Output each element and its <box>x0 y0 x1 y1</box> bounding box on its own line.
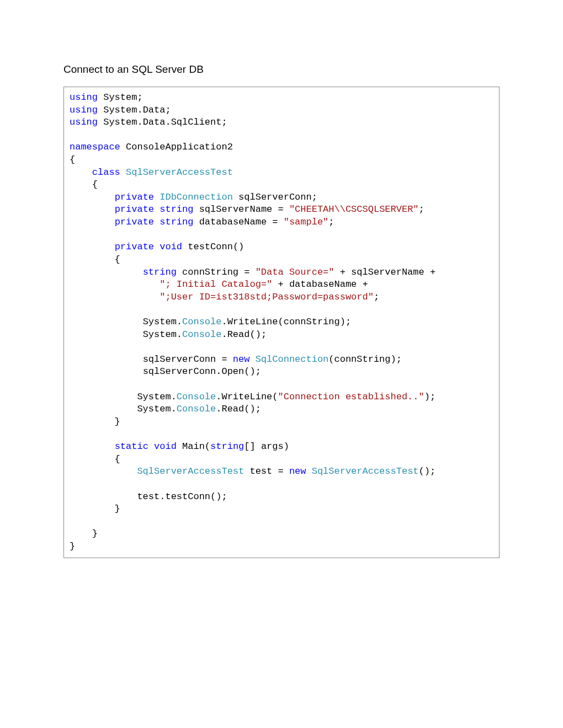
kw-class: class <box>92 167 120 178</box>
typ-class: SqlServerAccessTest <box>126 167 233 178</box>
indent3a-1 <box>70 267 143 277</box>
kw-string-4: string <box>210 441 244 452</box>
ns-system-data-sqlclient: System.Data.SqlClient; <box>98 117 227 127</box>
indent3c-2: System. <box>70 404 177 414</box>
semi2: ; <box>328 217 334 227</box>
kw-using-1: using <box>70 92 98 103</box>
wl-est-post: ); <box>424 392 435 402</box>
typ-console-3: Console <box>177 392 216 402</box>
kw-static: static <box>115 441 148 452</box>
test-decl: test = <box>244 466 289 477</box>
indent2a <box>70 192 115 202</box>
indent3a-3 <box>70 329 143 340</box>
kw-private-2: private <box>115 204 154 215</box>
brace-open3-2: { <box>70 454 120 464</box>
indent3a-2 <box>70 317 143 327</box>
page-title: Connect to an SQL Server DB <box>63 63 500 76</box>
mtd-testconn: testConn() <box>182 242 244 252</box>
typ-console-1: Console <box>182 317 221 327</box>
sp6 <box>249 354 255 365</box>
sp7 <box>148 441 154 452</box>
ns-name: ConsoleApplication2 <box>120 142 233 152</box>
kw-using-3: using <box>70 117 98 127</box>
ctor-call: (); <box>419 466 436 477</box>
typ-class-3: SqlServerAccessTest <box>312 466 419 477</box>
typ-sqlconn: SqlConnection <box>256 354 329 365</box>
fld-srv-pre: sqlServerName = <box>193 204 289 215</box>
kw-string-1: string <box>160 204 193 215</box>
kw-void-1: void <box>160 242 182 252</box>
sp3 <box>154 204 160 215</box>
fld-db-pre: databaseName = <box>193 217 283 227</box>
indent3b-1 <box>70 279 160 290</box>
conn-mid2: + databaseName + <box>272 279 368 290</box>
conn-pre: connString = <box>177 267 256 277</box>
indent3a-5 <box>70 366 143 377</box>
wl-est-pre: .WriteLine( <box>216 392 278 402</box>
indent2d <box>70 242 115 252</box>
brace-close: } <box>70 541 75 552</box>
semi1: ; <box>419 204 424 215</box>
ns-system: System; <box>98 92 143 103</box>
typ-console-4: Console <box>177 404 216 414</box>
ns-system-data: System.Data; <box>98 105 171 115</box>
str-ic: "; Initial Catalog=" <box>160 279 272 290</box>
sp8 <box>306 466 312 477</box>
brace-close2: } <box>70 528 98 539</box>
fld-conn: sqlServerConn; <box>233 192 317 202</box>
sqlconn-args: (connString); <box>328 354 402 365</box>
indent2c <box>70 217 115 227</box>
sp2 <box>154 192 160 202</box>
kw-new-1: new <box>233 354 250 365</box>
semi3: ; <box>374 292 379 302</box>
indent1 <box>70 167 92 178</box>
kw-private-4: private <box>115 242 154 252</box>
sp1 <box>120 167 126 178</box>
document-page: Connect to an SQL Server DB using System… <box>0 0 563 558</box>
brace-open3: { <box>70 254 120 265</box>
kw-using-2: using <box>70 105 98 115</box>
code-block: using System; using System.Data; using S… <box>63 87 500 558</box>
indent3a-4 <box>70 354 143 365</box>
rd-1: .Read(); <box>221 329 267 340</box>
main-args: [] args) <box>244 441 289 452</box>
rd-2: .Read(); <box>216 404 261 414</box>
wl-conn: .WriteLine(connString); <box>221 317 351 327</box>
indent3c-1: System. <box>70 392 177 402</box>
indent2e <box>70 441 115 452</box>
typ-class-2: SqlServerAccessTest <box>137 466 244 477</box>
test-call: test.testConn(); <box>70 491 227 502</box>
indent3b-2 <box>70 292 160 302</box>
kw-namespace: namespace <box>70 142 120 152</box>
str-uid: ";User ID=ist318std;Password=password" <box>160 292 374 302</box>
str-est: "Connection established.." <box>278 392 424 402</box>
indent3-1 <box>70 466 137 477</box>
kw-new-2: new <box>289 466 306 477</box>
str-srv: "CHEETAH\\CSCSQLSERVER" <box>289 204 419 215</box>
kw-void-2: void <box>154 441 177 452</box>
str-db: "sample" <box>284 217 329 227</box>
brace-open2: { <box>70 179 98 190</box>
kw-string-3: string <box>143 267 177 277</box>
mtd-main: Main( <box>177 441 210 452</box>
sp5 <box>154 242 160 252</box>
brace-close3-2: } <box>70 504 120 514</box>
kw-private-3: private <box>115 217 154 227</box>
typ-idb: IDbConnection <box>160 192 233 202</box>
kw-string-2: string <box>160 217 193 227</box>
sp4 <box>154 217 160 227</box>
conn-mid1: + sqlServerName + <box>334 267 436 277</box>
kw-private-1: private <box>115 192 154 202</box>
indent2b <box>70 204 115 215</box>
brace-close3-1: } <box>70 416 120 427</box>
brace-open: { <box>70 154 75 165</box>
typ-console-2: Console <box>182 329 221 340</box>
str-ds: "Data Source=" <box>256 267 334 277</box>
